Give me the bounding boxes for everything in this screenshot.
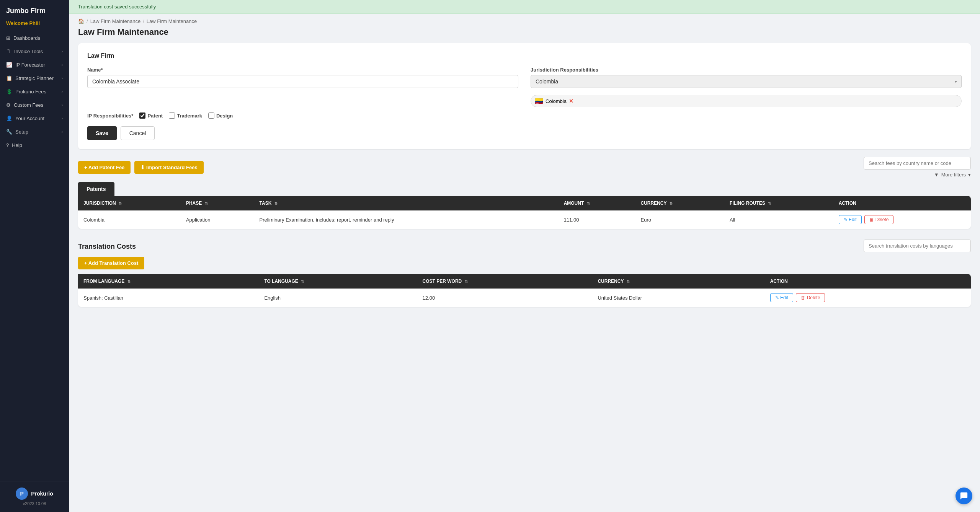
patents-toolbar-right: ▼ More filters ▾ [864,157,971,178]
version-label: v2023.10.08 [23,501,46,506]
chevron-right-icon: › [62,116,63,121]
patent-checkbox-item: Patent [139,113,167,119]
table-row: Spanish; Castilian English 12.00 United … [78,289,971,307]
ip-responsibilities-row: IP Responsibilities* Patent Trademark De… [87,113,962,119]
design-checkbox[interactable] [208,113,214,119]
action-cell: ✎ Edit 🗑 Delete [833,210,971,229]
from-language-cell: Spanish; Castilian [78,289,259,307]
sidebar-item-label: Invoice Tools [14,49,43,54]
task-cell: Preliminary Examination, includes: repor… [254,210,559,229]
edit-button[interactable]: ✎ Edit [770,293,793,302]
add-patent-fee-button[interactable]: + Add Patent Fee [78,161,131,174]
sort-icon: ⇅ [205,201,208,205]
th-cost-per-word[interactable]: COST PER WORD ⇅ [417,274,593,289]
sidebar-item-ip-forecaster[interactable]: 📈 IP Forecaster › [0,58,69,72]
name-input[interactable] [87,75,518,88]
jurisdiction-select[interactable]: Colombia [531,75,962,88]
translation-toolbar-left: Translation Costs [78,236,136,251]
add-translation-cost-button[interactable]: + Add Translation Cost [78,257,144,269]
th-action: ACTION [833,196,971,210]
chevron-right-icon: › [62,90,63,94]
patents-toolbar-left: + Add Patent Fee ⬇ Import Standard Fees [78,161,204,174]
jurisdiction-select-wrapper: Colombia [531,75,962,88]
remove-jurisdiction-button[interactable]: ✕ [569,98,573,104]
trademark-checkbox[interactable] [169,113,175,119]
chevron-down-icon: ▾ [968,172,971,178]
patents-toolbar: + Add Patent Fee ⬇ Import Standard Fees … [78,157,971,178]
cost-per-word-cell: 12.00 [417,289,593,307]
sidebar-item-help[interactable]: ? Help [0,139,69,152]
chat-icon [960,492,968,500]
translation-search-input[interactable] [864,240,971,252]
patents-tabs: Patents [78,182,971,196]
th-phase[interactable]: PHASE ⇅ [181,196,254,210]
th-amount[interactable]: AMOUNT ⇅ [559,196,635,210]
sidebar: Jumbo Firm Welcome Phil! ⊞ Dashboards 🗒 … [0,0,69,512]
more-filters-button[interactable]: ▼ More filters ▾ [934,172,971,178]
patent-checkbox[interactable] [139,113,145,119]
main-content: Translation cost saved successfully 🏠 / … [69,0,980,512]
sort-icon: ⇅ [127,279,131,284]
cancel-button[interactable]: Cancel [121,126,155,140]
planner-icon: 📋 [6,75,12,81]
sidebar-item-label: Your Account [15,116,44,121]
sidebar-item-strategic-planner[interactable]: 📋 Strategic Planner › [0,72,69,85]
sidebar-item-your-account[interactable]: 👤 Your Account › [0,112,69,125]
th-currency[interactable]: CURRENCY ⇅ [592,274,764,289]
breadcrumb-link1[interactable]: Law Firm Maintenance [90,18,141,24]
save-button[interactable]: Save [87,126,117,140]
delete-button[interactable]: 🗑 Delete [864,215,893,224]
breadcrumb-sep1: / [87,18,88,24]
form-buttons: Save Cancel [87,126,962,140]
sidebar-item-invoice-tools[interactable]: 🗒 Invoice Tools › [0,45,69,58]
jurisdiction-tag-label: Colombia [546,98,567,104]
chevron-right-icon: › [62,76,63,80]
th-filing-routes[interactable]: FILING ROUTES ⇅ [724,196,833,210]
sidebar-item-label: IP Forecaster [15,62,45,68]
success-banner: Translation cost saved successfully [69,0,980,14]
th-currency[interactable]: CURRENCY ⇅ [635,196,725,210]
patents-search-input[interactable] [864,157,971,170]
sidebar-item-prokurio-fees[interactable]: 💲 Prokurio Fees › [0,85,69,98]
sidebar-item-label: Custom Fees [14,102,43,108]
sort-icon: ⇅ [119,201,122,205]
chevron-right-icon: › [62,103,63,107]
sidebar-item-dashboards[interactable]: ⊞ Dashboards [0,31,69,45]
jurisdiction-field-group: Jurisdiction Responsibilities Colombia 🇨… [531,67,962,107]
sort-icon: ⇅ [465,279,468,284]
patents-table: JURISDICTION ⇅ PHASE ⇅ TASK ⇅ AMOUNT ⇅ C… [78,196,971,229]
trademark-label: Trademark [177,113,202,119]
flag-icon: 🇨🇴 [535,97,543,105]
custom-fees-icon: ⚙ [6,102,11,108]
sort-icon: ⇅ [274,201,278,205]
patents-table-header-row: JURISDICTION ⇅ PHASE ⇅ TASK ⇅ AMOUNT ⇅ C… [78,196,971,210]
sidebar-item-label: Help [12,142,22,148]
th-jurisdiction[interactable]: JURISDICTION ⇅ [78,196,181,210]
breadcrumb-current: Law Firm Maintenance [147,18,197,24]
filter-icon: ▼ [934,172,939,178]
amount-cell: 111.00 [559,210,635,229]
filing-routes-cell: All [724,210,833,229]
sort-icon: ⇅ [587,201,590,205]
translation-section-title: Translation Costs [78,240,136,251]
page-title: Law Firm Maintenance [69,26,980,43]
chat-bubble[interactable] [956,488,972,504]
import-standard-fees-button[interactable]: ⬇ Import Standard Fees [134,161,203,174]
delete-button[interactable]: 🗑 Delete [796,293,825,302]
sort-icon: ⇅ [301,279,304,284]
th-from-language[interactable]: FROM LANGUAGE ⇅ [78,274,259,289]
edit-button[interactable]: ✎ Edit [839,215,862,224]
table-row: Colombia Application Preliminary Examina… [78,210,971,229]
sidebar-item-setup[interactable]: 🔧 Setup › [0,125,69,139]
patents-tab[interactable]: Patents [78,182,114,196]
sidebar-logo: Jumbo Firm [0,0,69,19]
sidebar-item-custom-fees[interactable]: ⚙ Custom Fees › [0,98,69,112]
sort-icon: ⇅ [670,201,673,205]
th-task[interactable]: TASK ⇅ [254,196,559,210]
name-label: Name* [87,67,518,73]
th-to-language[interactable]: TO LANGUAGE ⇅ [259,274,417,289]
prokurio-icon: P [16,488,28,500]
chevron-right-icon: › [62,63,63,67]
phase-cell: Application [181,210,254,229]
chart-icon: 📈 [6,62,12,68]
